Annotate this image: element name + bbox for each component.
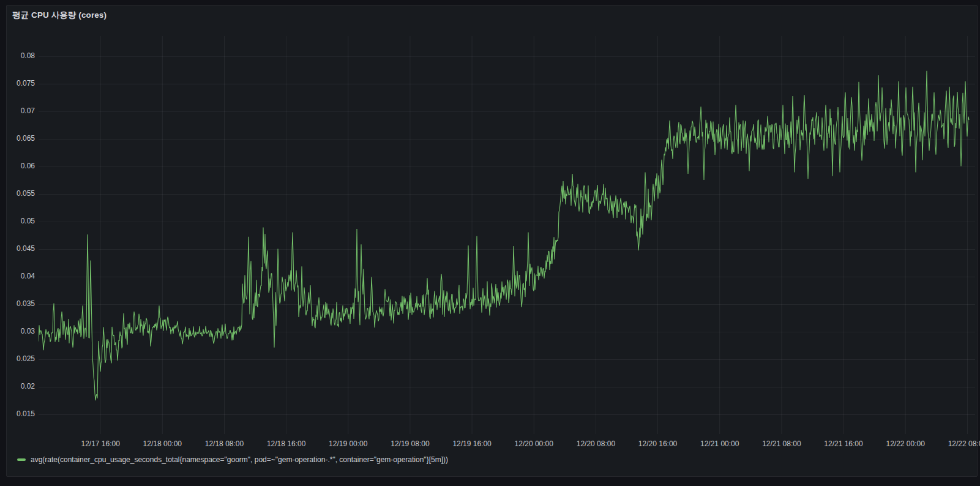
- y-tick-label: 0.08: [7, 51, 35, 61]
- y-tick-label: 0.025: [7, 354, 35, 364]
- series-color-marker: [17, 458, 26, 461]
- time-series-plot[interactable]: 0.0150.020.0250.030.0350.040.0450.050.05…: [7, 6, 977, 476]
- x-tick-label: 12/22 08:00: [930, 439, 980, 449]
- y-tick-label: 0.03: [7, 327, 35, 336]
- y-tick-label: 0.055: [7, 189, 35, 198]
- y-tick-label: 0.02: [7, 382, 35, 391]
- y-tick-label: 0.035: [7, 299, 35, 308]
- y-tick-label: 0.05: [7, 217, 35, 226]
- chart-canvas[interactable]: [39, 36, 975, 434]
- y-tick-label: 0.075: [7, 79, 35, 88]
- y-tick-label: 0.015: [7, 409, 35, 419]
- cpu-usage-panel: 평균 CPU 사용량 (cores) 0.0150.020.0250.030.0…: [6, 5, 978, 477]
- y-tick-label: 0.04: [7, 272, 35, 281]
- series-legend-label[interactable]: avg(rate(container_cpu_usage_seconds_tot…: [31, 455, 448, 464]
- y-tick-label: 0.045: [7, 244, 35, 253]
- y-tick-label: 0.07: [7, 107, 35, 116]
- y-tick-label: 0.065: [7, 134, 35, 143]
- y-tick-label: 0.06: [7, 162, 35, 171]
- series-line: [39, 71, 969, 400]
- legend: avg(rate(container_cpu_usage_seconds_tot…: [17, 454, 972, 466]
